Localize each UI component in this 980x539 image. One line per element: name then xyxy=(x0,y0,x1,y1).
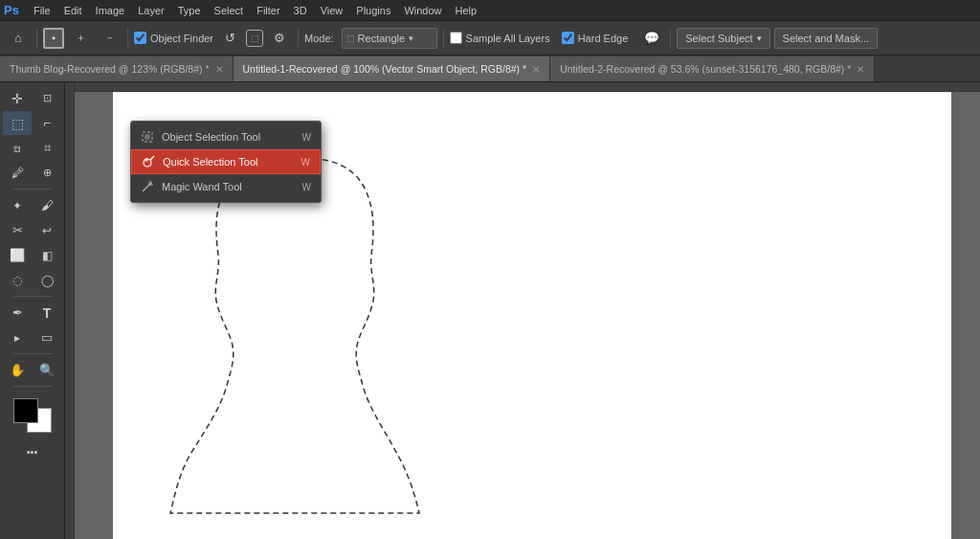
blur-tool-btn[interactable]: ◌ xyxy=(3,268,32,292)
dodge-tool-btn[interactable]: ◯ xyxy=(33,268,61,292)
tool-row-7: ⬜ ◧ xyxy=(3,243,61,267)
add-btn[interactable]: ＋ xyxy=(68,26,93,51)
object-finder-group: Object Finder xyxy=(134,32,213,44)
flyout-item-label-1: Quick Selection Tool xyxy=(163,156,257,168)
mode-dropdown[interactable]: ⬚ Rectangle ▾ xyxy=(342,28,437,49)
subtract-btn[interactable]: － xyxy=(97,26,122,51)
eraser-tool-btn[interactable]: ⬜ xyxy=(3,243,32,267)
heal-tool-btn[interactable]: ✦ xyxy=(3,193,32,217)
text-tool-btn[interactable]: T xyxy=(33,301,61,325)
menu-image[interactable]: Image xyxy=(89,0,132,20)
sep2 xyxy=(127,29,128,48)
tab-1[interactable]: Untitled-1-Recovered @ 100% (Vector Smar… xyxy=(234,56,551,81)
foreground-color-swatch[interactable] xyxy=(13,398,38,423)
menu-select[interactable]: Select xyxy=(208,0,251,20)
crop-tool-btn[interactable]: ⌗ xyxy=(33,136,61,160)
hard-edge-group: Hard Edge xyxy=(562,32,629,44)
select-mask-label: Select and Mask... xyxy=(783,33,870,44)
tool-row-1: ✛ ⊡ xyxy=(3,86,61,110)
flyout-item-label-0: Object Selection Tool xyxy=(162,131,260,143)
app-logo: Ps xyxy=(4,3,19,17)
move-tool-btn[interactable]: ✛ xyxy=(3,86,32,110)
svg-point-4 xyxy=(145,158,148,162)
home-btn[interactable]: ⌂ xyxy=(6,26,31,51)
menu-edit[interactable]: Edit xyxy=(57,0,89,20)
object-finder-checkbox[interactable] xyxy=(134,32,146,44)
hard-edge-checkbox[interactable] xyxy=(562,32,574,44)
zoom-tool-btn[interactable]: 🔍 xyxy=(33,358,61,382)
sample-all-layers-group: Sample All Layers xyxy=(450,32,550,44)
flyout-item-left-1: Quick Selection Tool xyxy=(142,155,257,168)
magic-wand-icon xyxy=(141,180,154,193)
object-finder-label: Object Finder xyxy=(150,33,213,44)
eyedropper-tool-btn[interactable]: 🖉 xyxy=(3,161,32,185)
menu-bar: Ps File Edit Image Layer Type Select Fil… xyxy=(0,0,980,21)
clone-tool-btn[interactable]: ✂ xyxy=(3,218,32,242)
flyout-item-left-0: Object Selection Tool xyxy=(141,130,260,144)
canvas-area[interactable]: Object Selection Tool W Quick Selection … xyxy=(65,82,980,539)
mode-dropdown-arrow: ▾ xyxy=(409,34,413,43)
sidebar-sep-4 xyxy=(13,386,52,387)
tool-row-4: 🖉 ⊕ xyxy=(3,161,61,185)
ruler-horizontal xyxy=(65,82,980,92)
tool-row-9: ✒ T xyxy=(3,301,61,325)
tab-0-close[interactable]: ✕ xyxy=(215,64,223,75)
tab-2[interactable]: Untitled-2-Recovered @ 53.6% (sunset-315… xyxy=(550,56,875,81)
menu-layer[interactable]: Layer xyxy=(131,0,171,20)
sampler-tool-btn[interactable]: ⊕ xyxy=(33,161,61,185)
sample-all-layers-checkbox[interactable] xyxy=(450,32,462,44)
menu-3d[interactable]: 3D xyxy=(287,0,314,20)
gradient-tool-btn[interactable]: ◧ xyxy=(33,243,61,267)
hand-tool-btn[interactable]: ✋ xyxy=(3,358,32,382)
sidebar-sep-3 xyxy=(13,353,52,354)
settings-btn[interactable]: ⚙ xyxy=(267,26,292,51)
shape-tool-btn[interactable]: ▭ xyxy=(33,326,61,349)
menu-type[interactable]: Type xyxy=(171,0,208,20)
flyout-item-magic-wand[interactable]: Magic Wand Tool W xyxy=(131,174,321,199)
flyout-item-label-2: Magic Wand Tool xyxy=(162,181,242,192)
tab-1-label: Untitled-1-Recovered @ 100% (Vector Smar… xyxy=(243,63,527,75)
sep4 xyxy=(443,29,444,48)
flyout-shortcut-0: W xyxy=(302,132,311,143)
color-swatches[interactable] xyxy=(13,398,52,433)
brush-tool-btn[interactable]: 🖌 xyxy=(33,193,61,217)
tab-0[interactable]: Thumb Blog-Recovered @ 123% (RGB/8#) * ✕ xyxy=(0,56,234,81)
history-brush-btn[interactable]: ↩ xyxy=(33,218,61,242)
select-mask-btn[interactable]: Select and Mask... xyxy=(774,28,879,49)
hard-edge-label: Hard Edge xyxy=(578,33,629,44)
lasso-tool-btn[interactable]: ⌐ xyxy=(33,111,61,135)
flyout-shortcut-1: W xyxy=(301,157,310,168)
tool-row-10: ▸ ▭ xyxy=(3,326,61,349)
menu-filter[interactable]: Filter xyxy=(250,0,286,20)
path-sel-btn[interactable]: ▸ xyxy=(3,326,32,349)
sep5 xyxy=(670,29,671,48)
quick-sel-icon[interactable]: ▪ xyxy=(43,28,64,49)
menu-view[interactable]: View xyxy=(314,0,350,20)
menu-plugins[interactable]: Plugins xyxy=(349,0,397,20)
tool-row-8: ◌ ◯ xyxy=(3,268,61,292)
flyout-item-object-sel[interactable]: Object Selection Tool W xyxy=(131,124,321,149)
tab-0-label: Thumb Blog-Recovered @ 123% (RGB/8#) * xyxy=(10,63,210,75)
menu-file[interactable]: File xyxy=(27,0,57,20)
flyout-item-quick-sel[interactable]: Quick Selection Tool W xyxy=(131,149,321,174)
menu-window[interactable]: Window xyxy=(397,0,448,20)
select-subject-btn[interactable]: Select Subject ▾ xyxy=(677,28,769,49)
object-sel-tool-btn[interactable]: ⧈ xyxy=(3,136,32,160)
artboard-tool-btn[interactable]: ⊡ xyxy=(33,86,61,110)
more-tools-btn[interactable]: ••• xyxy=(18,439,47,463)
tab-2-close[interactable]: ✕ xyxy=(857,64,864,75)
left-sidebar: ✛ ⊡ ⬚ ⌐ ⧈ ⌗ 🖉 ⊕ ✦ 🖌 ✂ ↩ ⬜ ◧ ◌ ◯ xyxy=(0,82,65,539)
pen-tool-btn[interactable]: ✒ xyxy=(3,301,32,325)
square-sel-btn[interactable]: ⬚ xyxy=(246,30,263,47)
sidebar-sep-1 xyxy=(13,189,52,190)
refresh-btn[interactable]: ↺ xyxy=(217,26,242,51)
tab-1-close[interactable]: ✕ xyxy=(532,64,540,75)
tool-row-2: ⬚ ⌐ xyxy=(3,111,61,135)
flyout-shortcut-2: W xyxy=(302,182,311,192)
rect-sel-tool-btn[interactable]: ⬚ xyxy=(3,111,32,135)
mode-label: Mode: xyxy=(304,33,334,44)
tool-row-5: ✦ 🖌 xyxy=(3,193,61,217)
chat-btn[interactable]: 💬 xyxy=(639,26,664,51)
quick-sel-icon xyxy=(142,155,155,168)
menu-help[interactable]: Help xyxy=(449,0,484,20)
